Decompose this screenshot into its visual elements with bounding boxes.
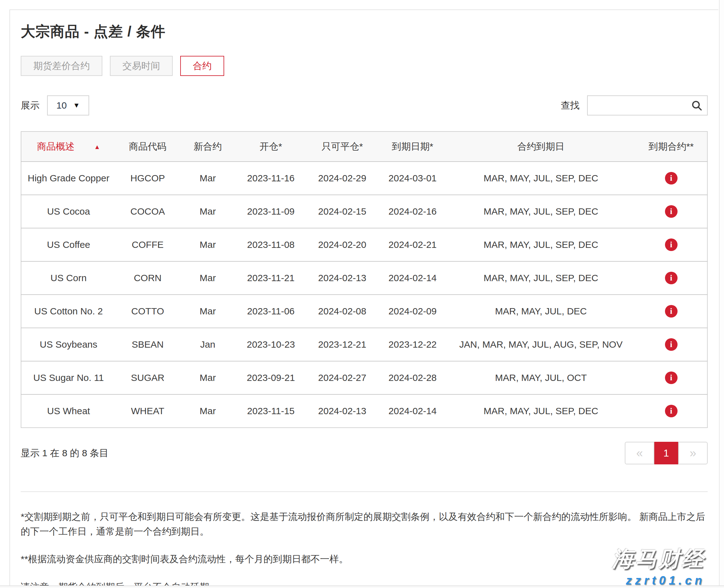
- pagination: « 1 »: [625, 442, 708, 464]
- cell-new-contract: Mar: [180, 162, 236, 195]
- info-icon[interactable]: i: [665, 338, 678, 351]
- info-icon[interactable]: i: [665, 238, 678, 251]
- info-icon[interactable]: i: [665, 372, 678, 384]
- entries-info: 显示 1 在 8 的 8 条目: [21, 447, 108, 460]
- cell-code: COTTO: [116, 295, 180, 328]
- header-new-contract[interactable]: 新合约: [180, 131, 236, 162]
- pagination-next-button[interactable]: »: [678, 442, 708, 464]
- table-body: High Grade Copper HGCOP Mar 2023-11-16 2…: [21, 162, 707, 428]
- cell-overview: High Grade Copper: [21, 162, 116, 195]
- header-expiry-date[interactable]: 到期日期*: [379, 131, 446, 162]
- cell-info: i: [635, 261, 707, 295]
- cell-new-contract: Jan: [180, 328, 236, 361]
- cell-new-contract: Mar: [180, 361, 236, 394]
- cell-open: 2023-11-08: [236, 228, 306, 261]
- cell-open: 2023-11-06: [236, 295, 306, 328]
- cell-code: SUGAR: [116, 361, 180, 394]
- cell-expiry-date: 2024-02-28: [379, 361, 446, 394]
- header-code[interactable]: 商品代码: [116, 131, 180, 162]
- info-icon[interactable]: i: [665, 272, 678, 284]
- info-icon[interactable]: i: [665, 172, 678, 185]
- cell-contract-expiry: MAR, MAY, JUL, SEP, DEC: [446, 162, 635, 195]
- cell-code: COCOA: [116, 195, 180, 228]
- tab-futures-cfd[interactable]: 期货差价合约: [21, 56, 102, 76]
- scrollbar[interactable]: [719, 0, 724, 588]
- table-footer: 显示 1 在 8 的 8 条目 « 1 »: [21, 442, 708, 464]
- footnote-2: **根据流动资金供应商的交割时间表及合约流动性，每个月的到期日都不一样。: [21, 552, 708, 567]
- cell-close-only: 2024-02-08: [306, 295, 379, 328]
- search-input[interactable]: [588, 96, 707, 115]
- cell-code: WHEAT: [116, 394, 180, 428]
- table-row: High Grade Copper HGCOP Mar 2023-11-16 2…: [21, 162, 707, 195]
- cell-expiry-date: 2024-02-14: [379, 394, 446, 428]
- page-container: 大宗商品 - 点差 / 条件 期货差价合约 交易时间 合约 展示 10 ▼ 查找: [9, 9, 718, 586]
- cell-info: i: [635, 361, 707, 394]
- cell-close-only: 2024-02-13: [306, 261, 379, 295]
- pagination-prev-button[interactable]: «: [625, 442, 654, 464]
- cell-contract-expiry: MAR, MAY, JUL, SEP, DEC: [446, 394, 635, 428]
- cell-overview: US Sugar No. 11: [21, 361, 116, 394]
- cell-overview: US Cocoa: [21, 195, 116, 228]
- cell-new-contract: Mar: [180, 228, 236, 261]
- contracts-table: 商品概述▲ 商品代码 新合约 开仓* 只可平仓* 到期日期* 合约到期日 到期合…: [21, 131, 708, 428]
- cell-code: SBEAN: [116, 328, 180, 361]
- cell-expiry-date: 2024-02-09: [379, 295, 446, 328]
- cell-code: HGCOP: [116, 162, 180, 195]
- header-overview-label: 商品概述: [37, 141, 75, 151]
- cell-open: 2023-11-21: [236, 261, 306, 295]
- cell-new-contract: Mar: [180, 195, 236, 228]
- info-icon[interactable]: i: [665, 305, 678, 317]
- cell-contract-expiry: JAN, MAR, MAY, JUL, AUG, SEP, NOV: [446, 328, 635, 361]
- header-open[interactable]: 开仓*: [236, 131, 306, 162]
- cell-contract-expiry: MAR, MAY, JUL, DEC: [446, 295, 635, 328]
- tab-bar: 期货差价合约 交易时间 合约: [21, 56, 708, 76]
- divider: [21, 491, 708, 492]
- cell-code: CORN: [116, 261, 180, 295]
- tab-contracts[interactable]: 合约: [180, 56, 224, 76]
- chevron-down-icon: ▼: [73, 101, 80, 109]
- info-icon[interactable]: i: [665, 205, 678, 218]
- cell-expiry-date: 2024-02-16: [379, 195, 446, 228]
- table-row: US Coffee COFFE Mar 2023-11-08 2024-02-2…: [21, 228, 707, 261]
- cell-new-contract: Mar: [180, 261, 236, 295]
- table-row: US Corn CORN Mar 2023-11-21 2024-02-13 2…: [21, 261, 707, 295]
- cell-info: i: [635, 195, 707, 228]
- cell-contract-expiry: MAR, MAY, JUL, SEP, DEC: [446, 228, 635, 261]
- cell-expiry-date: 2024-02-21: [379, 228, 446, 261]
- cell-info: i: [635, 162, 707, 195]
- page-size-control: 展示 10 ▼: [21, 96, 89, 115]
- header-contract-expiry[interactable]: 合约到期日: [446, 131, 635, 162]
- cell-expiry-date: 2023-12-22: [379, 328, 446, 361]
- cell-open: 2023-11-15: [236, 394, 306, 428]
- cell-overview: US Cotton No. 2: [21, 295, 116, 328]
- cell-close-only: 2024-02-13: [306, 394, 379, 428]
- footnotes: *交割期到期之前，只可平仓和到期日可能会有所变更。这是基于流动报价商所制定的展期…: [21, 509, 708, 588]
- cell-overview: US Corn: [21, 261, 116, 295]
- header-expiring-contract[interactable]: 到期合约**: [635, 131, 707, 162]
- header-close-only[interactable]: 只可平仓*: [306, 131, 379, 162]
- cell-close-only: 2024-02-20: [306, 228, 379, 261]
- info-icon[interactable]: i: [665, 405, 678, 417]
- table-row: US Cocoa COCOA Mar 2023-11-09 2024-02-15…: [21, 195, 707, 228]
- table-row: US Cotton No. 2 COTTO Mar 2023-11-06 202…: [21, 295, 707, 328]
- page-size-select[interactable]: 10 ▼: [47, 96, 89, 115]
- table-row: US Soybeans SBEAN Jan 2023-10-23 2023-12…: [21, 328, 707, 361]
- cell-open: 2023-11-09: [236, 195, 306, 228]
- cell-open: 2023-11-16: [236, 162, 306, 195]
- search-icon[interactable]: [691, 100, 703, 111]
- tab-trading-hours[interactable]: 交易时间: [110, 56, 173, 76]
- cell-overview: US Soybeans: [21, 328, 116, 361]
- page-size-label: 展示: [21, 99, 40, 112]
- search-control: 查找: [561, 96, 708, 115]
- search-box: [587, 96, 708, 115]
- pagination-page-1[interactable]: 1: [654, 442, 678, 464]
- cell-info: i: [635, 295, 707, 328]
- cell-open: 2023-10-23: [236, 328, 306, 361]
- header-overview[interactable]: 商品概述▲: [21, 131, 116, 162]
- cell-close-only: 2024-02-15: [306, 195, 379, 228]
- footnote-1: *交割期到期之前，只可平仓和到期日可能会有所变更。这是基于流动报价商所制定的展期…: [21, 509, 708, 539]
- search-label: 查找: [561, 99, 580, 112]
- cell-contract-expiry: MAR, MAY, JUL, SEP, DEC: [446, 261, 635, 295]
- cell-expiry-date: 2024-02-14: [379, 261, 446, 295]
- cell-code: COFFE: [116, 228, 180, 261]
